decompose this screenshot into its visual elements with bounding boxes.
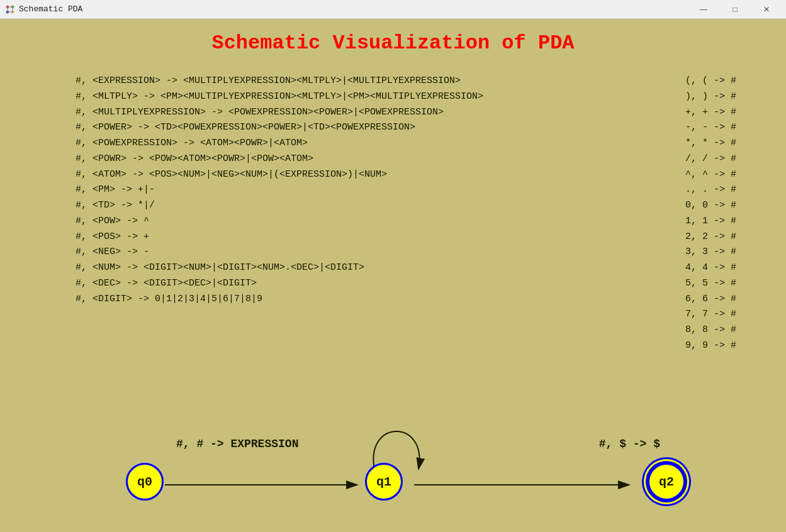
rule-line: #, <POWR> -> <POW><ATOM><POWR>|<POW><ATO… [76, 152, 673, 167]
rule-line-right: (, ( -> # [685, 74, 761, 89]
transition-label-q0-q1: #, # -> EXPRESSION [176, 438, 298, 450]
rule-line-right: 3, 3 -> # [685, 245, 761, 260]
rule-line: #, <TD> -> *|/ [76, 198, 673, 214]
rule-line-right: 1, 1 -> # [685, 214, 761, 230]
state-q1: q1 [365, 463, 403, 501]
rule-line: #, <NUM> -> <DIGIT><NUM>|<DIGIT><NUM>.<D… [76, 260, 673, 276]
rule-line: #, <POW> -> ^ [76, 214, 673, 230]
rule-line: #, <EXPRESSION> -> <MULTIPLYEXPRESSION><… [76, 74, 673, 89]
rules-left: #, <EXPRESSION> -> <MULTIPLYEXPRESSION><… [76, 74, 673, 354]
rule-line-right: 0, 0 -> # [685, 198, 761, 214]
rules-section: #, <EXPRESSION> -> <MULTIPLYEXPRESSION><… [76, 74, 761, 354]
transition-label-q1-q2: #, $ -> $ [599, 438, 660, 450]
rule-line-right: ., . -> # [685, 182, 761, 198]
title-bar-controls: — □ ✕ [689, 0, 781, 19]
rule-line-right: +, + -> # [685, 105, 761, 121]
state-q2: q2 [648, 463, 685, 501]
rule-line-right: 5, 5 -> # [685, 276, 761, 292]
title-bar: Schematic PDA — □ ✕ [0, 0, 786, 19]
rule-line: #, <POWEXPRESSION> -> <ATOM><POWR>|<ATOM… [76, 136, 673, 152]
rule-line: #, <DEC> -> <DIGIT><DEC>|<DIGIT> [76, 276, 673, 292]
rule-line-right: ), ) -> # [685, 89, 761, 105]
rule-line: #, <MULTIPLYEXPRESSION> -> <POWEXPRESSIO… [76, 105, 673, 121]
rule-line-right: *, * -> # [685, 136, 761, 152]
rule-line: #, <POWER> -> <TD><POWEXPRESSION><POWER>… [76, 120, 673, 136]
rule-line-right: 6, 6 -> # [685, 292, 761, 308]
rule-line-right: 8, 8 -> # [685, 323, 761, 338]
minimize-button[interactable]: — [689, 0, 718, 19]
maximize-button[interactable]: □ [721, 0, 750, 19]
rule-line-right: -, - -> # [685, 120, 761, 136]
main-content: Schematic Visualization of PDA #, <EXPRE… [0, 19, 786, 532]
page-title: Schematic Visualization of PDA [25, 31, 761, 55]
title-bar-left: Schematic PDA [5, 4, 82, 14]
rule-line: #, <MLTPLY> -> <PM><MULTIPLYEXPRESSION><… [76, 89, 673, 105]
window-title: Schematic PDA [19, 4, 82, 14]
rule-line-right: 7, 7 -> # [685, 307, 761, 323]
state-q0: q0 [126, 463, 164, 501]
rule-line-right: 2, 2 -> # [685, 230, 761, 245]
rule-line: #, <DIGIT> -> 0|1|2|3|4|5|6|7|8|9 [76, 292, 673, 308]
rule-line-right: 9, 9 -> # [685, 338, 761, 354]
rules-right: (, ( -> #), ) -> #+, + -> #-, - -> #*, *… [673, 74, 761, 354]
rule-line-right: /, / -> # [685, 152, 761, 167]
app-icon [5, 4, 15, 14]
rule-line: #, <POS> -> + [76, 230, 673, 245]
diagram-svg [0, 394, 786, 519]
close-button[interactable]: ✕ [752, 0, 781, 19]
rule-line: #, <NEG> -> - [76, 245, 673, 260]
rule-line-right: 4, 4 -> # [685, 260, 761, 276]
rule-line-right: ^, ^ -> # [685, 167, 761, 183]
rule-line: #, <PM> -> +|- [76, 182, 673, 198]
rule-line: #, <ATOM> -> <POS><NUM>|<NEG><NUM>|(<EXP… [76, 167, 673, 183]
diagram-area: #, # -> EXPRESSION #, $ -> $ q0 q1 q2 [0, 394, 786, 519]
